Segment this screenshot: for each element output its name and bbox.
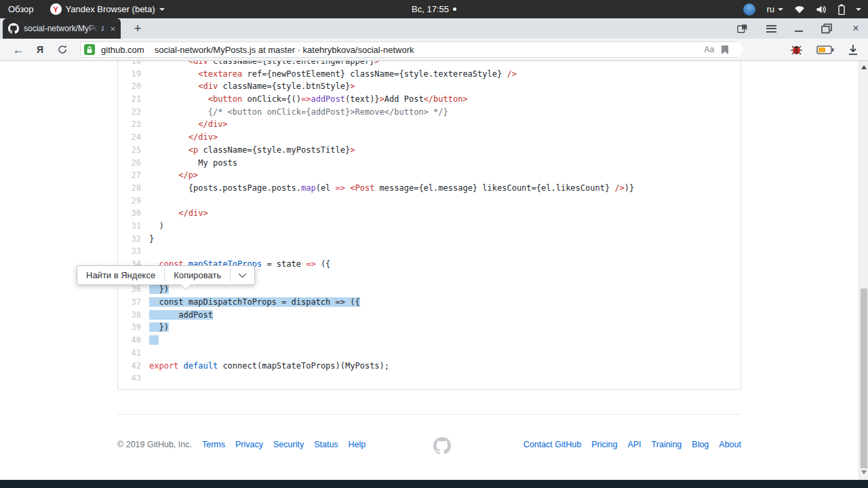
copyright-text: © 2019 GitHub, Inc. [117,440,192,449]
footer-link[interactable]: Status [314,440,338,449]
line-number[interactable]: 32 [118,233,149,246]
selected-text: }) [149,322,169,332]
footer-link[interactable]: Contact GitHub [524,440,581,449]
footer-link[interactable]: Terms [202,440,225,449]
line-number[interactable]: 24 [118,131,149,144]
footer-link[interactable]: Pricing [591,440,617,449]
line-number[interactable]: 42 [118,360,149,373]
browser-app-menu[interactable]: Y Yandex Browser (beta) [50,3,165,15]
battery-saver-icon[interactable] [816,45,834,54]
code-text: My posts [149,157,237,170]
code-line: 33 [118,245,741,258]
popup-notch [181,284,191,289]
menu-icon[interactable] [766,25,776,33]
code-text [149,334,159,347]
adblock-bug-icon[interactable] [790,44,803,56]
selected-text: const mapDispatchToProps = dispatch => (… [149,297,360,307]
line-number[interactable]: 40 [118,334,149,347]
code-line: 30 </div> [118,207,741,220]
page-content: 18 <div className={style.enteringWrapper… [0,61,859,480]
popup-more-button[interactable] [231,266,254,284]
address-bar[interactable]: github.com social-network/MyPosts.js at … [80,41,745,58]
line-number[interactable]: 27 [118,169,149,182]
line-number[interactable]: 37 [118,296,149,309]
line-number[interactable]: 21 [118,93,149,106]
sidebar-panel-icon[interactable] [737,23,748,34]
line-number[interactable]: 31 [118,220,149,233]
line-number[interactable]: 19 [118,68,149,81]
code-line: 18 <div className={style.enteringWrapper… [118,61,741,68]
bookmark-icon[interactable] [721,45,729,55]
line-number[interactable]: 38 [118,309,149,322]
line-number[interactable]: 41 [118,347,149,360]
tab-social-network[interactable]: social-network/MyPosts × [3,18,121,39]
line-number[interactable]: 43 [118,372,149,385]
tab-close-icon[interactable]: × [110,24,115,34]
code-text: export default connect(mapStateToProps)(… [149,360,389,373]
code-text: const mapDispatchToProps = dispatch => (… [149,296,360,309]
code-line: 26 My posts [118,157,741,170]
line-number[interactable]: 28 [118,182,149,195]
activities-button[interactable]: Обзор [8,4,34,14]
line-number[interactable]: 20 [118,80,149,93]
browser-app-menu-label: Yandex Browser (beta) [66,4,155,14]
close-window-icon[interactable]: × [850,23,861,34]
battery-icon[interactable] [838,4,845,15]
chevron-down-icon[interactable] [856,8,861,11]
scrollbar-down-arrow-icon[interactable] [861,470,867,474]
tab-title-fade [87,21,102,36]
line-number[interactable]: 23 [118,118,149,131]
code-text: addPost [149,309,213,322]
clock-menu[interactable]: Вс, 17:55 [412,0,456,18]
restore-window-icon[interactable] [821,23,832,34]
footer-link[interactable]: Training [652,440,682,449]
footer-link[interactable]: About [719,440,741,449]
code-text: </div> [149,118,228,131]
line-number[interactable]: 22 [118,106,149,119]
wifi-icon[interactable] [794,5,805,14]
code-line: 27 </p> [118,169,741,182]
footer-link[interactable]: Blog [692,440,709,449]
code-text: {posts.postsPage.posts.map(el => <Post m… [149,182,634,195]
code-line: 43 [118,372,741,385]
language-indicator[interactable]: ru [766,4,783,14]
code-text: </div> [149,207,208,220]
line-number[interactable]: 29 [118,195,149,208]
yandex-browser-icon: Y [50,3,62,15]
minimize-icon[interactable] [795,31,803,32]
code-text: ) [149,220,164,233]
code-text: <textarea ref={newPostElement} className… [149,68,517,81]
scrollbar-up-arrow-icon[interactable] [861,65,867,69]
copy-button[interactable]: Копировать [165,266,230,284]
download-icon[interactable] [848,44,859,56]
footer-link[interactable]: API [627,440,641,449]
code-line: 39 }) [118,321,741,334]
new-tab-button[interactable]: + [129,20,146,37]
yandex-search-button[interactable]: Я [37,44,43,55]
footer-divider [117,414,741,415]
find-in-yandex-button[interactable]: Найти в Яндексе [77,266,164,284]
scrollbar-thumb[interactable] [861,288,867,468]
translate-icon[interactable]: Aa [704,45,714,54]
line-number[interactable]: 33 [118,245,149,258]
volume-icon[interactable] [816,5,827,14]
code-line: 42export default connect(mapStateToProps… [118,360,741,373]
footer-link[interactable]: Security [273,440,304,449]
footer-link[interactable]: Help [349,440,366,449]
line-number[interactable]: 18 [118,61,149,68]
reload-icon[interactable] [57,44,68,55]
chevron-down-icon [778,8,783,11]
back-button[interactable]: ← [12,43,24,57]
line-number[interactable]: 36 [118,283,149,296]
code-line: 36 }) [118,283,741,296]
https-lock-icon[interactable] [84,44,95,55]
page-scrollbar[interactable] [859,61,868,480]
line-number[interactable]: 25 [118,144,149,157]
github-logo[interactable] [433,437,451,455]
line-number[interactable]: 39 [118,321,149,334]
line-number[interactable]: 30 [118,207,149,220]
footer-link[interactable]: Privacy [235,440,263,449]
app-indicator-icon[interactable] [743,3,755,16]
line-number[interactable]: 26 [118,157,149,170]
selection-context-popup: Найти в Яндексе Копировать [77,265,255,285]
